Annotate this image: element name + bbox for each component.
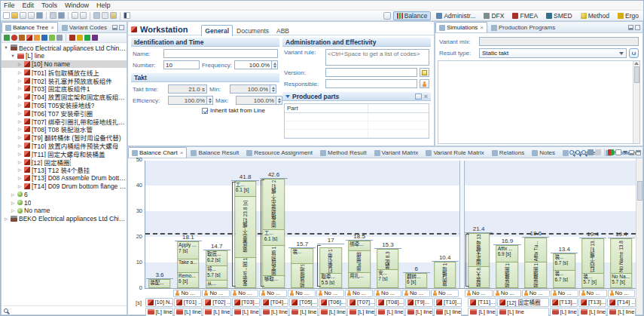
workstation-bar[interactable]: 打牵引带 10.3 [s]取牵...5.5 [s] bbox=[319, 247, 342, 288]
scroll-thumb[interactable] bbox=[637, 181, 642, 201]
menu-help[interactable]: Help bbox=[96, 2, 111, 9]
task-segment[interactable]: Apply ...7 [s] bbox=[177, 241, 200, 259]
station-cell[interactable]: [T9]... bbox=[405, 298, 433, 307]
task-segment[interactable]: Affix ...6.9 [s] bbox=[496, 245, 519, 262]
view-tab-variant-codes[interactable]: Variant Codes bbox=[58, 22, 111, 32]
workstation-bar[interactable]: 翻转...6 [s] bbox=[405, 273, 428, 288]
tree-expand-arrow[interactable]: ▷ bbox=[17, 166, 23, 173]
line-cell[interactable]: [L] line bbox=[232, 308, 260, 316]
workstation-tab-abb[interactable]: ABB bbox=[273, 25, 293, 36]
task-segment[interactable]: 工...6.1 [s] bbox=[234, 181, 257, 197]
view-tab-production-programs[interactable]: Production Programs bbox=[487, 22, 559, 32]
station-cell[interactable]: [T13]... bbox=[550, 298, 578, 307]
line-cell[interactable]: [L] line bbox=[376, 308, 404, 316]
i3-icon[interactable] bbox=[19, 35, 25, 41]
dropdown-arrow-icon[interactable] bbox=[20, 12, 26, 19]
save-icon[interactable] bbox=[36, 12, 43, 19]
i9-icon[interactable] bbox=[69, 35, 75, 41]
line-cell[interactable]: [L] line bbox=[550, 308, 578, 316]
task-segment[interactable]: 打牵引带 10.3 [s] bbox=[319, 247, 342, 274]
task-segment[interactable]: 安...7 [s] bbox=[377, 270, 399, 288]
zoom-out-icon[interactable] bbox=[575, 150, 580, 155]
i6-icon[interactable] bbox=[41, 35, 47, 41]
view-tab-variant-matrix[interactable]: Variant Matrix bbox=[371, 147, 423, 158]
frequency-field[interactable] bbox=[234, 60, 272, 69]
variant-mix-field[interactable] bbox=[479, 37, 639, 46]
tree-expand-arrow[interactable]: ▷ bbox=[17, 69, 23, 76]
view-tab-variant-rule-matrix[interactable]: Variant Rule Matrix bbox=[422, 147, 487, 158]
task-segment[interactable]: No Name 13.8 [s] bbox=[610, 238, 633, 274]
tree-expand-arrow[interactable]: ▷ bbox=[17, 118, 23, 125]
view-tab-method-result[interactable]: Method Result bbox=[316, 147, 371, 158]
operator-cell[interactable]: No ... bbox=[431, 290, 459, 297]
cut-icon[interactable] bbox=[93, 12, 100, 19]
tree-item[interactable]: ▷[T06] T07 安装牵引圈 bbox=[2, 109, 127, 117]
operator-cell[interactable]: No ... bbox=[230, 290, 258, 297]
tree-expand-arrow[interactable]: ▷ bbox=[17, 60, 23, 68]
perspective-ergo[interactable]: Ergo bbox=[615, 11, 642, 20]
task-segment[interactable]: 装配 8.3 [s] bbox=[377, 249, 399, 270]
task-segment[interactable]: 用扎... bbox=[348, 273, 371, 288]
window-icon[interactable] bbox=[124, 12, 130, 19]
tree-item[interactable]: ▷10 bbox=[2, 198, 127, 207]
simulation-list[interactable] bbox=[438, 60, 640, 144]
task-segment[interactable]: 够取... bbox=[263, 276, 285, 288]
i10-icon[interactable] bbox=[77, 35, 83, 41]
tree-item[interactable]: ▼[L] line bbox=[2, 52, 127, 60]
workstation-bar[interactable]: 装配... bbox=[148, 279, 171, 288]
version-browse-button[interactable] bbox=[420, 68, 429, 77]
workstation-bar[interactable]: 取底...6.2 [s]将...5.7 [s]从... bbox=[206, 250, 228, 288]
tree-item[interactable]: ▷6 bbox=[2, 190, 127, 198]
task-segment[interactable]: 装...5.7 [s] bbox=[581, 274, 604, 288]
station-cell[interactable]: [T11]... bbox=[468, 298, 496, 307]
station-cell[interactable]: [12] 固定桶圈 bbox=[497, 298, 549, 307]
minimize-icon[interactable] bbox=[112, 25, 118, 30]
tree-expand-arrow[interactable]: ▷ bbox=[17, 174, 23, 182]
tree-item[interactable]: ▷[10] No name bbox=[2, 60, 127, 69]
undo-icon[interactable] bbox=[72, 12, 78, 19]
workstation-bar[interactable]: Affix Tu... 9.6 [s]预装桶圈 10 [s] bbox=[525, 238, 548, 288]
scroll-thumb[interactable] bbox=[634, 66, 639, 83]
workstation-bar[interactable]: 装...预放接地 9.4 [s] bbox=[291, 248, 314, 288]
operator-cell[interactable]: No ... bbox=[374, 290, 401, 297]
i4-icon[interactable] bbox=[26, 35, 32, 41]
station-cell[interactable]: [T02] ... bbox=[203, 298, 230, 307]
tree-item[interactable]: ▷[T03] 固定底板组件1 bbox=[2, 84, 127, 93]
station-cell[interactable]: [T14] ... bbox=[607, 298, 635, 307]
copy-icon[interactable] bbox=[102, 12, 108, 19]
line-cell[interactable]: [L] line bbox=[578, 308, 606, 316]
operator-cell[interactable]: No ... bbox=[259, 290, 287, 297]
takt-time-field[interactable] bbox=[168, 84, 207, 94]
close-tab-icon[interactable] bbox=[180, 149, 184, 156]
tree-expand-arrow[interactable]: ▷ bbox=[17, 93, 23, 100]
tree-expand-arrow[interactable]: ▷ bbox=[17, 84, 23, 92]
view-tab-balance-tree[interactable]: Balance Tree bbox=[2, 22, 58, 32]
line-cell[interactable]: [L] line bbox=[261, 308, 288, 316]
responsible-browse-button[interactable] bbox=[420, 79, 429, 88]
station-cell[interactable]: [T05]... bbox=[289, 298, 317, 307]
workstation-bar[interactable]: 打四个螺钉 13.8 [s]装...5.7 [s] bbox=[581, 238, 604, 288]
task-segment[interactable]: 打四个螺钉 13.8 [s] bbox=[581, 238, 604, 274]
color-settings-icon[interactable] bbox=[608, 149, 614, 155]
operator-cell[interactable]: No ... bbox=[493, 290, 521, 297]
station-cell[interactable]: [T01] ... bbox=[174, 298, 202, 307]
list-scrollbar[interactable] bbox=[633, 61, 639, 143]
i8-icon[interactable] bbox=[56, 35, 63, 41]
tree-expand-arrow[interactable]: ▷ bbox=[17, 150, 23, 158]
task-segment[interactable]: 装底盖中个螺钉 23.8 [s] bbox=[234, 197, 257, 258]
tree-expand-arrow[interactable]: ▷ bbox=[17, 109, 23, 117]
view-tab-relations[interactable]: Relations bbox=[488, 147, 528, 158]
paste-icon[interactable] bbox=[110, 12, 117, 19]
station-cell[interactable]: [10] N... bbox=[145, 298, 173, 307]
operator-cell[interactable]: No ... bbox=[522, 290, 550, 297]
tree-expand-arrow[interactable]: ▷ bbox=[17, 77, 23, 84]
chart-scrollbar[interactable] bbox=[636, 158, 642, 314]
line-cell[interactable]: [L] line bbox=[468, 308, 496, 316]
tree-collapse-arrow[interactable]: ▼ bbox=[3, 44, 9, 51]
workstation-bar[interactable]: Affix ...6.9 [s]预装桶圈 10 [s] bbox=[496, 245, 519, 288]
view-tab-simulations[interactable]: Simulations bbox=[435, 22, 487, 32]
task-segment[interactable]: 预放接地 9.4 [s] bbox=[291, 264, 314, 288]
task-segment[interactable]: 固定撑预放 11.9 [s] bbox=[263, 246, 285, 276]
task-segment[interactable]: 安装互→固 11.9 [s] bbox=[234, 258, 257, 288]
tree-item[interactable]: ▷[T02] 装孔塞并预放底板组件 bbox=[2, 76, 127, 84]
